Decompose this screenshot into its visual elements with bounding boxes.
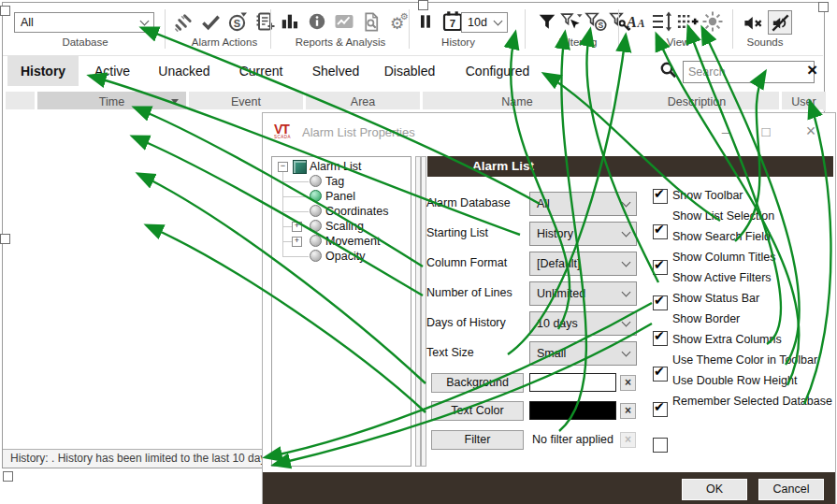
column-header-event[interactable]: Event (189, 92, 303, 111)
info-icon[interactable] (306, 10, 328, 33)
tree-expand-toggle[interactable]: + (292, 237, 302, 247)
field-dropdown-text-size[interactable]: Small (529, 341, 637, 366)
tree-item-coordinates[interactable]: Coordinates (272, 204, 411, 219)
field-dropdown-days-of-history[interactable]: 10 days (529, 311, 637, 336)
checkbox-show-search-field[interactable]: ✔ (653, 260, 668, 275)
search-clear-icon[interactable]: × (807, 60, 817, 80)
clear-background-icon[interactable]: × (620, 375, 636, 391)
trend-icon[interactable] (333, 10, 355, 33)
minimize-button[interactable]: – (715, 123, 736, 139)
ok-button[interactable]: OK (682, 479, 747, 500)
column-header-user[interactable]: User (782, 92, 826, 111)
tree-item-opacity[interactable]: Opacity (272, 249, 411, 264)
checkbox-show-toolbar[interactable]: ✔ (653, 189, 668, 204)
alarm-list-properties-dialog: VT SCADA Alarm List Properties – □ × −Al… (262, 112, 836, 504)
resize-handle[interactable] (0, 6, 10, 16)
tab-shelved[interactable]: Shelved (299, 56, 372, 86)
dialog-title: Alarm List Properties (302, 125, 415, 139)
checkbox-show-status-bar[interactable]: ✔ (653, 367, 668, 382)
theme-brightness-icon[interactable] (701, 10, 724, 33)
alarm-shelve-icon[interactable] (172, 10, 195, 33)
search-icon (658, 60, 679, 84)
field-dropdown-number-of-lines[interactable]: Unlimited (529, 281, 637, 306)
chevron-down-icon (494, 17, 503, 26)
close-button[interactable]: × (801, 122, 821, 141)
svg-text:A: A (626, 13, 637, 31)
property-tree: −Alarm ListTagPanelCoordinates+Scaling+M… (271, 156, 411, 467)
row-height-icon[interactable] (651, 10, 673, 33)
dropdown-value: History (537, 227, 573, 240)
maximize-button[interactable]: □ (756, 123, 776, 139)
clear-text-color-icon[interactable]: × (620, 403, 636, 419)
cancel-button[interactable]: Cancel (758, 479, 824, 500)
tab-current[interactable]: Current (223, 56, 299, 86)
checkbox-show-active-filters[interactable]: ✔ (653, 331, 668, 346)
column-header-description[interactable]: Description (614, 92, 779, 111)
filter-button[interactable]: Filter (431, 430, 524, 450)
reports-group-label: Reports & Analysis (275, 36, 406, 48)
field-label-column-format: Column Format (426, 256, 507, 269)
database-dropdown-value: All (21, 16, 34, 29)
sort-arrow-icon[interactable] (171, 99, 179, 104)
settings-gears-icon[interactable]: ⚙⚙ (387, 10, 410, 33)
resize-handle[interactable] (818, 2, 829, 12)
checkbox-label: Show List Selection (672, 209, 774, 223)
column-header-blank[interactable] (6, 92, 35, 111)
filter-cursor-icon[interactable] (560, 10, 583, 33)
toolbar: All Database S Alarm Actions ⚙⚙ Reports … (3, 3, 823, 56)
silence-icon[interactable] (768, 10, 792, 35)
search-input[interactable] (683, 61, 815, 83)
tree-item-tag[interactable]: Tag (272, 174, 411, 189)
background-swatch[interactable] (529, 373, 616, 392)
extra-columns-icon[interactable] (676, 10, 699, 33)
pause-icon[interactable] (414, 10, 437, 33)
check-icon: ✔ (654, 293, 665, 308)
background-button[interactable]: Background (431, 373, 524, 393)
database-group-label: Database (20, 36, 151, 48)
tree-collapse-toggle[interactable]: − (278, 162, 288, 172)
tab-unacked[interactable]: Unacked (146, 56, 223, 86)
dialog-title-bar[interactable]: VT SCADA Alarm List Properties – □ × (263, 113, 835, 152)
tab-history[interactable]: History (7, 56, 79, 86)
checkbox-show-extra-columns[interactable] (653, 438, 668, 453)
checkbox-label: Show Active Filters (672, 271, 772, 284)
field-dropdown-column-format[interactable]: [Default] (529, 252, 637, 276)
tree-item-alarm-list[interactable]: −Alarm List (272, 159, 411, 174)
acknowledge-check-icon[interactable] (199, 10, 222, 33)
field-label-starting-list: Starting List (426, 226, 488, 239)
alarm-log-icon[interactable] (253, 10, 276, 33)
bar-chart-icon[interactable] (279, 10, 301, 33)
font-size-icon[interactable]: AA (626, 10, 648, 33)
checkbox-show-border[interactable]: ✔ (653, 402, 668, 417)
chevron-down-icon (622, 228, 631, 238)
text-color-swatch[interactable] (529, 401, 616, 420)
tab-disabled[interactable]: Disabled (372, 56, 447, 86)
check-icon: ✔ (654, 399, 665, 414)
mute-icon[interactable] (742, 11, 764, 34)
tree-item-scaling[interactable]: +Scaling (272, 219, 411, 234)
column-header-label: Name (501, 95, 532, 108)
filter-funnel-icon[interactable] (536, 10, 558, 33)
tab-configured[interactable]: Configured (447, 56, 548, 86)
tree-item-movement[interactable]: +Movement (272, 234, 411, 249)
field-dropdown-starting-list[interactable]: History (529, 222, 637, 246)
shelved-s-icon[interactable]: S (226, 10, 249, 33)
column-header-area[interactable]: Area (306, 92, 420, 111)
text-color-button[interactable]: Text Color (431, 401, 524, 421)
checkbox-show-list-selection[interactable]: ✔ (653, 224, 668, 239)
resize-handle[interactable] (418, 0, 428, 10)
report-page-icon[interactable] (360, 10, 382, 33)
tree-expand-toggle[interactable]: + (292, 222, 302, 232)
filter-shelved-icon[interactable]: S (584, 10, 607, 33)
resize-handle[interactable] (3, 471, 13, 482)
checkbox-show-column-titles[interactable]: ✔ (653, 295, 668, 310)
database-dropdown[interactable]: All (14, 12, 154, 33)
tab-active[interactable]: Active (79, 56, 146, 86)
column-header-name[interactable]: Name (423, 92, 612, 111)
field-dropdown-alarm-database[interactable]: All (529, 192, 637, 216)
checkbox-label: Show Status Bar (672, 292, 759, 305)
history-range-dropdown[interactable]: 10d (461, 12, 508, 33)
resize-handle[interactable] (0, 234, 10, 244)
column-header-time[interactable]: Time (37, 92, 186, 111)
tree-item-panel[interactable]: Panel (272, 189, 411, 204)
